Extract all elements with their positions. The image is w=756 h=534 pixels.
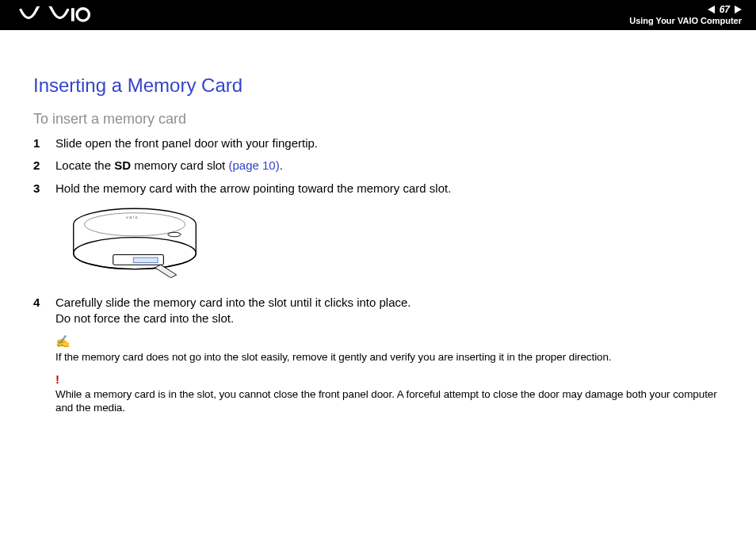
step-text: Carefully slide the memory card into the… [55, 295, 723, 327]
header-right: 67 Using Your VAIO Computer [629, 4, 742, 27]
step-text: Slide open the front panel door with you… [55, 135, 723, 151]
vaio-logo-icon [11, 6, 98, 24]
next-page-arrow-icon[interactable] [735, 6, 742, 13]
svg-rect-7 [133, 257, 158, 262]
step-text-bold: SD [114, 158, 131, 172]
step-number: 1 [33, 135, 55, 151]
warning-text: While a memory card is in the slot, you … [55, 388, 717, 414]
step-number: 3 [33, 181, 55, 196]
svg-rect-0 [71, 8, 74, 21]
warning-icon: ! [55, 372, 723, 387]
step-text: Locate the SD memory card slot (page 10)… [55, 158, 723, 174]
page-content: Inserting a Memory Card To insert a memo… [0, 30, 756, 415]
section-label: Using Your VAIO Computer [629, 16, 742, 26]
step-text: Hold the memory card with the arrow poin… [55, 181, 723, 196]
svg-text:v a i o: v a i o [126, 215, 138, 219]
device-illustration: v a i o [55, 203, 214, 285]
svg-point-1 [77, 9, 89, 21]
step-number: 4 [33, 295, 55, 311]
page-number: 67 [720, 4, 730, 15]
steps-list-continued: 4 Carefully slide the memory card into t… [33, 295, 723, 327]
vaio-device-icon: v a i o [55, 203, 214, 282]
page-header: 67 Using Your VAIO Computer [0, 0, 756, 30]
step-4: 4 Carefully slide the memory card into t… [33, 295, 723, 327]
step-text-post: . [280, 158, 283, 172]
step-1: 1 Slide open the front panel door with y… [33, 135, 723, 151]
page-link[interactable]: (page 10) [228, 158, 279, 172]
step-text-pre: Locate the [55, 158, 114, 172]
note-block: ✍ If the memory card does not go into th… [55, 334, 723, 415]
prev-page-arrow-icon[interactable] [708, 6, 715, 13]
page-nav: 67 [708, 4, 742, 15]
note-icon: ✍ [55, 334, 723, 350]
step-2: 2 Locate the SD memory card slot (page 1… [33, 158, 723, 174]
step-number: 2 [33, 158, 55, 174]
step-text-mid: memory card slot [131, 158, 228, 172]
steps-list: 1 Slide open the front panel door with y… [33, 135, 723, 196]
step-text-line2: Do not force the card into the slot. [55, 311, 234, 325]
step-3: 3 Hold the memory card with the arrow po… [33, 181, 723, 196]
step-text-line1: Carefully slide the memory card into the… [55, 296, 411, 309]
note-text: If the memory card does not go into the … [55, 351, 612, 363]
page-subtitle: To insert a memory card [33, 111, 723, 128]
page-title: Inserting a Memory Card [33, 74, 723, 97]
vaio-logo [11, 6, 98, 24]
